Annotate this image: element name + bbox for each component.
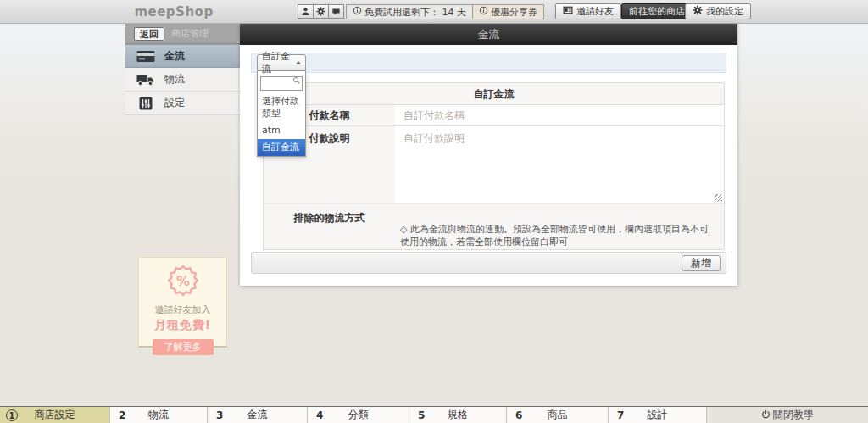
chat-icon [331, 3, 341, 19]
payment-panel: 金流 自訂金流 選擇付款類型 atm 自訂金流 自訂金流 [240, 24, 737, 286]
coupon-button[interactable]: 優惠分享券 [472, 4, 544, 19]
payment-description-textarea[interactable] [395, 126, 724, 203]
dropdown-option-atm[interactable]: atm [258, 122, 305, 139]
go-to-store-button[interactable]: 前往您的商店 [621, 3, 693, 19]
quick-icon-group [298, 4, 344, 19]
wizard-step-design[interactable]: 7 設計 [609, 407, 707, 423]
step-number: 7 [617, 409, 624, 421]
step-label: 金流 [248, 408, 268, 422]
info-icon [479, 6, 488, 18]
truck-icon [136, 73, 156, 86]
form-title: 自訂金流 [264, 83, 724, 105]
search-icon [292, 76, 301, 85]
sidebar-item-settings[interactable]: 設定 [125, 92, 240, 115]
step-label: 商品 [548, 408, 568, 422]
panel-title: 金流 [240, 24, 737, 45]
gear-icon [693, 5, 703, 18]
chevron-up-icon [296, 61, 301, 64]
step-label: 設計 [648, 408, 668, 422]
sidebar-item-logistics[interactable]: 物流 [125, 68, 240, 92]
learn-more-button[interactable]: 了解更多 [153, 339, 214, 355]
user-button[interactable] [298, 4, 314, 19]
excluded-logistics-row: 排除的物流方式 ◇ 此為金流與物流的連動。預設為全部物流皆可使用，欄內選取項目為… [264, 204, 724, 249]
promo-line2: 月租免費! [154, 318, 211, 333]
textarea-resize-handle[interactable] [715, 194, 722, 202]
payment-name-row: 付款名稱 [264, 105, 724, 126]
step-number: 1 [6, 409, 18, 421]
payment-type-dropdown: 自訂金流 選擇付款類型 atm 自訂金流 [257, 54, 306, 157]
wizard-step-logistics[interactable]: 2 物流 [110, 407, 208, 423]
trial-countdown: 免費試用還剩下： 14 天 [346, 4, 473, 19]
contact-card-icon [563, 5, 573, 18]
percent-badge-icon: % [166, 264, 200, 301]
my-settings-label: 我的設定 [706, 5, 743, 18]
sliders-icon [136, 97, 156, 110]
dropdown-option-custom-payment[interactable]: 自訂金流 [258, 139, 305, 156]
sidebar-header: 返回 商店管理 [125, 24, 240, 44]
invite-friends-button[interactable]: 邀請好友 [555, 3, 621, 19]
gear-icon [316, 3, 326, 19]
user-icon [301, 3, 310, 19]
svg-text:%: % [175, 273, 189, 289]
dropdown-open-list: 選擇付款類型 atm 自訂金流 [257, 71, 306, 157]
wizard-step-products[interactable]: 6 商品 [507, 407, 609, 423]
meepshop-logo: meepShop [127, 0, 220, 24]
trial-countdown-text: 免費試用還剩下： 14 天 [364, 6, 466, 19]
step-label: 物流 [148, 408, 169, 422]
power-icon [761, 409, 771, 421]
sidebar-item-label: 設定 [164, 96, 185, 110]
add-button[interactable]: 新增 [682, 255, 721, 271]
info-icon [353, 6, 362, 18]
go-to-store-label: 前往您的商店 [629, 5, 685, 18]
close-tutorial-label: 關閉教學 [773, 408, 814, 422]
chat-button[interactable] [328, 4, 344, 19]
close-tutorial-button[interactable]: 關閉教學 [707, 407, 868, 423]
invite-friends-label: 邀請好友 [576, 5, 614, 18]
step-label: 商店設定 [35, 408, 75, 422]
step-label: 分類 [348, 408, 369, 422]
excluded-logistics-label: 排除的物流方式 [264, 204, 395, 249]
coupon-label: 優惠分享券 [491, 6, 537, 19]
custom-payment-form: 自訂金流 付款名稱 付款說明 排除的物流方式 ◇ 此為金流與物流的連動。預設為全… [263, 82, 725, 250]
sidebar-item-label: 金流 [164, 49, 185, 64]
my-settings-button[interactable]: 我的設定 [685, 3, 751, 19]
credit-card-icon [136, 50, 156, 63]
sidebar-item-payment[interactable]: 金流 [125, 44, 240, 68]
dropdown-selected-value: 自訂金流 [262, 50, 296, 75]
app-screen: meepShop 免費試用還剩下： 14 天 [0, 0, 868, 423]
tutorial-wizard-bar: 1 商店設定 2 物流 3 金流 4 分類 5 規格 6 商品 7 設計 [0, 406, 868, 423]
dropdown-option-choose-type[interactable]: 選擇付款類型 [258, 93, 305, 122]
sidebar-title: 商店管理 [171, 27, 209, 40]
step-number: 6 [515, 409, 522, 421]
referral-promo-card: % 邀請好友加入 月租免費! 了解更多 [138, 257, 227, 348]
step-number: 4 [316, 409, 323, 421]
step-number: 5 [418, 409, 425, 421]
gear-button[interactable] [313, 4, 329, 19]
form-footer: 新增 [251, 252, 726, 274]
top-bar: meepShop 免費試用還剩下： 14 天 [0, 0, 868, 24]
promo-line1: 邀請好友加入 [155, 303, 211, 316]
wizard-step-specs[interactable]: 5 規格 [409, 407, 507, 423]
step-label: 規格 [448, 408, 468, 422]
step-number: 3 [216, 409, 223, 421]
payment-type-toolbar [251, 53, 726, 73]
step-number: 2 [119, 409, 125, 421]
dropdown-toggle-button[interactable]: 自訂金流 [257, 54, 306, 71]
back-button[interactable]: 返回 [134, 27, 164, 41]
excluded-logistics-note: ◇ 此為金流與物流的連動。預設為全部物流皆可使用，欄內選取項目為不可使用的物流，… [395, 204, 724, 248]
sidebar-item-label: 物流 [164, 72, 185, 86]
payment-name-input[interactable] [395, 105, 724, 125]
wizard-step-categories[interactable]: 4 分類 [308, 407, 409, 423]
wizard-step-store-settings[interactable]: 1 商店設定 [0, 407, 110, 423]
payment-description-row: 付款說明 [264, 126, 724, 204]
wizard-step-payment[interactable]: 3 金流 [208, 407, 308, 423]
dropdown-search-row [258, 71, 305, 93]
